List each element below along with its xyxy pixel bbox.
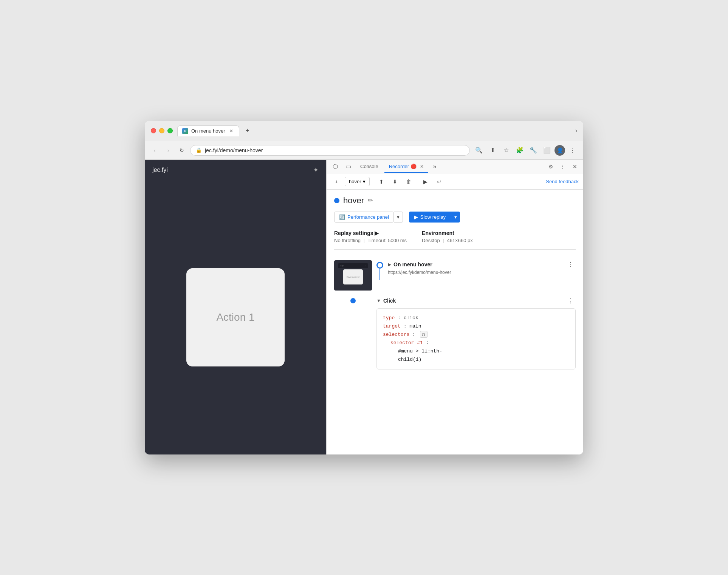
title-bar: R On menu hover ✕ + › xyxy=(145,121,583,141)
click-expand-icon[interactable]: ▼ xyxy=(376,298,381,303)
thumbnail-mini-card: Hover over me! xyxy=(343,269,363,284)
navigate-expand-icon[interactable]: ▶ xyxy=(388,262,391,267)
toolbar-divider-1 xyxy=(373,178,373,185)
edit-recording-name-icon[interactable]: ✏ xyxy=(368,197,373,204)
search-icon[interactable]: 🔍 xyxy=(473,144,485,156)
url-bar[interactable]: 🔒 jec.fyi/demo/menu-hover xyxy=(190,145,470,156)
replay-settings-label: Replay settings xyxy=(334,230,373,236)
steps-list: jec.fyi × Hover over me! xyxy=(334,257,576,370)
extensions-icon[interactable]: 🧩 xyxy=(514,144,526,156)
tab-bar: R On menu hover ✕ + › xyxy=(177,125,577,136)
sun-icon[interactable]: ✦ xyxy=(313,166,319,174)
click-title-row: ▼ Click ⋮ xyxy=(376,297,576,305)
thumbnail-url-text: jec.fyi xyxy=(340,265,344,267)
code-line-type: type : click xyxy=(383,314,569,322)
recorder-tab-close[interactable]: ✕ xyxy=(420,164,424,169)
replay-settings-title[interactable]: Replay settings ▶ xyxy=(334,230,407,236)
reload-button[interactable]: ↻ xyxy=(177,145,187,156)
tab-recorder[interactable]: Recorder 🔴 ✕ xyxy=(384,161,429,173)
recording-status-dot xyxy=(334,198,339,203)
type-colon: : xyxy=(398,315,404,321)
new-tab-button[interactable]: + xyxy=(242,125,253,136)
selector-icon-button[interactable]: ⬡ xyxy=(420,331,428,338)
demo-site-body: Action 1 xyxy=(145,180,326,454)
tab-overflow-button[interactable]: › xyxy=(575,127,577,134)
selector-value-2: child(1) xyxy=(398,357,421,362)
environment-label: Environment xyxy=(422,230,454,236)
recorder-content: hover ✏ 🔄 Performance panel ▾ ▶ xyxy=(327,190,583,454)
code-line-selector-val-1: #menu > li:nth- xyxy=(398,347,569,356)
send-feedback-button[interactable]: Send feedback xyxy=(546,179,579,184)
action-buttons-row: 🔄 Performance panel ▾ ▶ Slow replay ▾ xyxy=(334,212,576,223)
traffic-lights xyxy=(151,128,173,133)
target-colon: : xyxy=(404,323,410,329)
export-button[interactable]: ⬆ xyxy=(376,176,387,187)
tab-favicon: R xyxy=(182,128,188,134)
step-thumbnail-area: jec.fyi × Hover over me! xyxy=(334,260,372,291)
share-icon[interactable]: ⬆ xyxy=(486,144,499,156)
add-recording-button[interactable]: + xyxy=(331,176,342,187)
profile-button[interactable]: 👤 xyxy=(555,145,565,156)
devtools-extension-icon[interactable]: 🔧 xyxy=(527,144,539,156)
devtools-more-button[interactable]: ⋮ xyxy=(558,161,568,172)
active-tab[interactable]: R On menu hover ✕ xyxy=(177,125,239,136)
slow-replay-button[interactable]: ▶ Slow replay xyxy=(409,212,451,223)
replay-settings-group: Replay settings ▶ No throttling | Timeou… xyxy=(334,230,407,243)
play-icon: ▶ xyxy=(414,214,418,220)
more-tabs-button[interactable]: » xyxy=(430,160,439,173)
browser-window: R On menu hover ✕ + › ‹ › ↻ 🔒 jec.fyi/de… xyxy=(145,121,583,454)
step-line-1 xyxy=(379,269,380,280)
dimensions-value: 461×660 px xyxy=(447,238,472,243)
desktop-value: Desktop xyxy=(422,238,440,243)
forward-button[interactable]: › xyxy=(163,145,173,156)
click-step-title: Click xyxy=(383,298,396,304)
devtools-close-button[interactable]: ✕ xyxy=(570,161,580,172)
recorder-toolbar: + hover ▾ ⬆ ⬇ 🗑 ▶ ↩ Send feedback xyxy=(327,174,583,190)
performance-panel-dropdown[interactable]: ▾ xyxy=(394,212,403,223)
selector-num-colon: : xyxy=(426,340,429,346)
import-button[interactable]: ⬇ xyxy=(390,176,400,187)
performance-panel-button[interactable]: 🔄 Performance panel xyxy=(334,212,394,223)
click-step-more-button[interactable]: ⋮ xyxy=(565,297,576,305)
split-screen-icon[interactable]: ⬜ xyxy=(541,144,553,156)
performance-icon: 🔄 xyxy=(339,214,345,220)
selector-num-key: selector #1 xyxy=(390,340,423,346)
close-button[interactable] xyxy=(151,128,156,133)
recording-title: hover xyxy=(343,196,364,206)
more-options-button[interactable]: ⋮ xyxy=(567,144,579,156)
recording-select[interactable]: hover ▾ xyxy=(345,177,370,186)
recording-select-value: hover xyxy=(349,179,361,184)
start-recording-button[interactable]: ▶ xyxy=(420,176,431,187)
tab-console[interactable]: Console xyxy=(356,161,383,173)
click-step-info: ▼ Click ⋮ type : click xyxy=(376,297,576,370)
replay-settings-detail: No throttling | Timeout: 5000 ms xyxy=(334,238,407,243)
maximize-button[interactable] xyxy=(167,128,173,133)
navigate-step-more-button[interactable]: ⋮ xyxy=(565,260,576,269)
environment-group: Environment Desktop | 461×660 px xyxy=(422,230,473,243)
slow-replay-dropdown-button[interactable]: ▾ xyxy=(451,212,460,223)
main-content: jec.fyi ✦ Action 1 ⬡ ▭ Console Recorder … xyxy=(145,160,583,454)
inspector-tool-button[interactable]: ⬡ xyxy=(330,160,341,174)
selectors-colon: : xyxy=(412,332,418,337)
tab-title: On menu hover xyxy=(191,128,225,134)
code-line-selector-val-2: child(1) xyxy=(398,356,569,364)
undo-button[interactable]: ↩ xyxy=(434,176,445,187)
back-button[interactable]: ‹ xyxy=(149,145,160,156)
recording-header: hover ✏ xyxy=(334,196,576,206)
replay-settings-row: Replay settings ▶ No throttling | Timeou… xyxy=(334,230,576,250)
throttling-value: No throttling xyxy=(334,238,361,243)
navigate-step-title-row: ▶ On menu hover ⋮ xyxy=(388,260,576,269)
bookmark-icon[interactable]: ☆ xyxy=(500,144,512,156)
delete-button[interactable]: 🗑 xyxy=(403,176,414,187)
selector-value-1: #menu > li:nth- xyxy=(398,348,442,354)
tab-close-button[interactable]: ✕ xyxy=(228,128,234,134)
navigate-step-info: ▶ On menu hover ⋮ https://jec.fyi/demo/m… xyxy=(388,260,576,275)
minimize-button[interactable] xyxy=(159,128,164,133)
demo-site-panel: jec.fyi ✦ Action 1 xyxy=(145,160,326,454)
device-toolbar-button[interactable]: ▭ xyxy=(342,160,354,174)
code-line-target: target : main xyxy=(383,322,569,331)
address-bar: ‹ › ↻ 🔒 jec.fyi/demo/menu-hover 🔍 ⬆ ☆ 🧩 … xyxy=(145,141,583,160)
cursor-icon: ⬡ xyxy=(422,332,425,337)
settings-button[interactable]: ⚙ xyxy=(545,161,556,172)
step-thumbnail-inner: jec.fyi × Hover over me! xyxy=(334,260,372,291)
